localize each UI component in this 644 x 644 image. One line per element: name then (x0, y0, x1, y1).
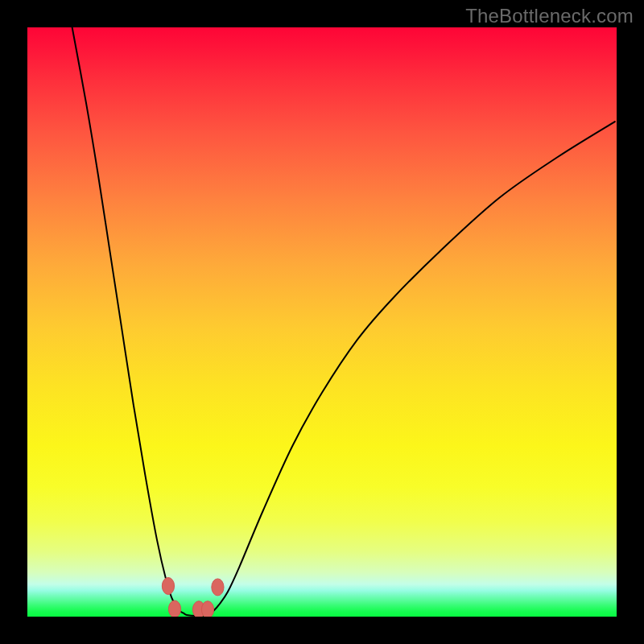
marker-dot-1 (168, 601, 180, 617)
marker-dot-3 (201, 601, 213, 617)
plot-area (27, 27, 617, 617)
watermark-text: TheBottleneck.com (465, 5, 634, 27)
bottleneck-curve (72, 27, 615, 616)
chart-svg (27, 27, 617, 617)
curve-path (72, 27, 615, 616)
chart-frame: TheBottleneck.com (0, 0, 644, 644)
marker-dot-4 (212, 579, 224, 596)
marker-dot-0 (162, 577, 174, 594)
